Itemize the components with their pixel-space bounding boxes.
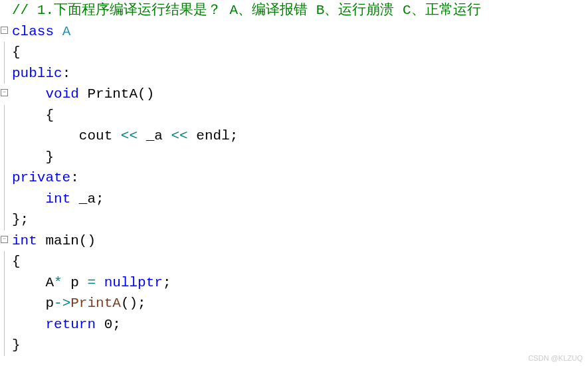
gutter-row [0,251,11,272]
brace-open: { [45,105,54,126]
code-content[interactable]: // 1.下面程序编译运行结果是？ A、编译报错 B、运行崩溃 C、正常运行 c… [11,0,588,366]
identifier-a: _a [79,189,96,210]
gutter-row [0,314,11,335]
fold-gutter: − − − [0,0,11,366]
gutter-row: − [0,230,11,252]
gutter-row [0,335,11,356]
fold-guide [4,189,5,210]
code-line: }; [12,209,588,230]
fold-guide [4,293,5,314]
operator-lshift: << [121,126,138,147]
operator-eq: = [87,272,96,294]
code-line: // 1.下面程序编译运行结果是？ A、编译报错 B、运行崩溃 C、正常运行 [12,0,588,21]
code-line: return 0; [12,314,588,335]
gutter-row [0,293,11,314]
fold-guide [4,42,5,63]
type-name: A [45,272,54,294]
brace-close-semi: }; [12,209,29,230]
identifier-endl: endl [196,126,229,147]
semicolon: ; [96,189,104,210]
brace-open: { [12,251,21,272]
fold-guide [4,272,5,294]
keyword-class: class [12,21,54,43]
parens: () [138,84,154,105]
keyword-void: void [45,84,78,105]
code-line: int main() [12,230,588,252]
colon: : [70,167,79,189]
fold-guide [4,335,5,356]
keyword-public: public [12,63,62,84]
gutter-row [0,126,11,147]
semicolon: ; [163,272,171,294]
literal-zero: 0 [104,314,113,335]
code-line: { [12,105,588,126]
semicolon: ; [138,293,146,314]
parens: () [79,230,96,252]
gutter-row [0,42,11,63]
keyword-private: private [12,167,70,189]
gutter-row [0,272,11,294]
keyword-int: int [45,189,70,210]
code-line: } [12,147,588,168]
gutter-row [0,209,11,230]
gutter-row [0,105,11,126]
fold-guide [4,251,5,272]
operator-arrow: -> [54,293,70,314]
fold-guide [4,209,5,230]
fold-guide [4,105,5,126]
keyword-nullptr: nullptr [104,272,163,294]
code-line: A* p = nullptr; [12,272,588,294]
code-line: { [12,251,588,272]
keyword-int: int [12,230,37,252]
gutter-row: − [0,21,11,43]
fold-guide [4,126,5,147]
gutter-row [0,0,11,21]
identifier-cout: cout [79,126,112,147]
watermark-text: CSDN @KLZUQ [528,353,583,364]
code-line: } [12,335,588,356]
gutter-row [0,189,11,210]
function-main: main [45,230,78,252]
identifier-a: _a [146,126,163,147]
method-call: PrintA [70,293,121,314]
colon: : [62,63,71,84]
code-line: class A [12,21,588,43]
fold-guide [4,314,5,335]
brace-close: } [45,147,54,168]
gutter-row [0,63,11,84]
fold-guide [4,147,5,168]
gutter-row [0,147,11,168]
fold-guide [4,63,5,84]
code-line: { [12,42,588,63]
code-line: p->PrintA(); [12,293,588,314]
identifier-p: p [70,272,79,294]
fold-guide [4,167,5,189]
code-line: int _a; [12,189,588,210]
fold-minus-icon[interactable]: − [1,236,8,243]
code-line: private: [12,167,588,189]
operator-star: * [54,272,62,294]
code-line: public: [12,63,588,84]
type-name: A [62,21,71,43]
brace-close: } [12,335,21,356]
keyword-return: return [45,314,96,335]
method-name: PrintA [87,84,138,105]
gutter-row: − [0,84,11,105]
code-editor[interactable]: − − − // 1.下面程序编译运行结果是？ A、编译报错 B、运行崩溃 C、… [0,0,588,366]
brace-open: { [12,42,21,63]
semicolon: ; [112,314,121,335]
code-line: void PrintA() [12,84,588,105]
gutter-row [0,167,11,189]
semicolon: ; [230,126,239,147]
comment-text: // 1.下面程序编译运行结果是？ A、编译报错 B、运行崩溃 C、正常运行 [12,0,481,21]
operator-lshift: << [171,126,188,147]
parens: () [121,293,138,314]
fold-minus-icon[interactable]: − [1,89,8,96]
code-line: cout << _a << endl; [12,126,588,147]
fold-minus-icon[interactable]: − [1,27,8,34]
identifier-p: p [45,293,54,314]
